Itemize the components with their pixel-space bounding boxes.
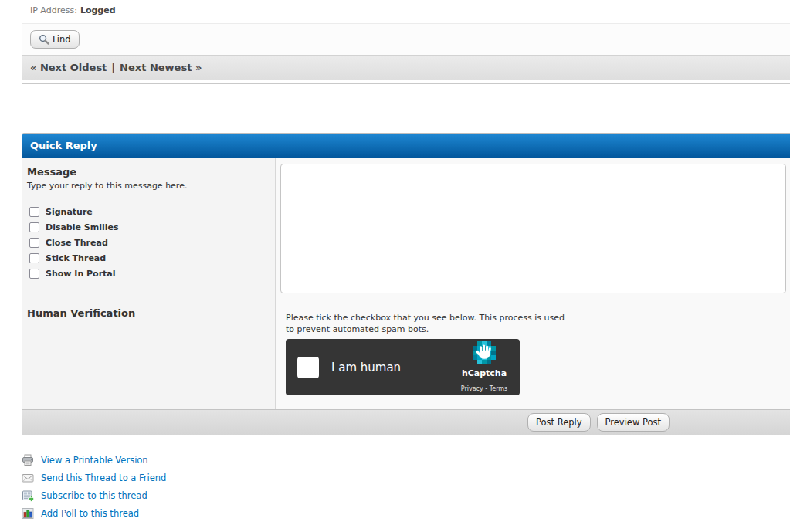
- verification-heading-cell: Human Verification: [22, 300, 276, 409]
- subscribe-row: Subscribe to this thread: [22, 490, 166, 502]
- close-thread-label: Close Thread: [46, 238, 108, 248]
- disable-smilies-checkbox[interactable]: [29, 222, 39, 232]
- email-icon: [22, 472, 34, 484]
- stick-thread-option[interactable]: Stick Thread: [29, 252, 267, 263]
- show-in-portal-label: Show In Portal: [46, 269, 116, 279]
- reply-textarea[interactable]: [280, 164, 786, 293]
- ip-address-row: IP Address:Logged: [22, 0, 790, 23]
- reply-options-list: Signature Disable Smilies Close Thread S…: [27, 206, 267, 279]
- subscribe-link[interactable]: Subscribe to this thread: [41, 490, 147, 501]
- find-row: Find: [22, 23, 790, 55]
- printable-version-link[interactable]: View a Printable Version: [41, 455, 148, 466]
- message-input-cell: [276, 158, 790, 300]
- show-in-portal-option[interactable]: Show In Portal: [29, 268, 267, 279]
- hcaptcha-links: Privacy - Terms: [461, 385, 508, 392]
- verification-heading: Human Verification: [27, 307, 267, 319]
- thread-meta-box: IP Address:Logged Find « Next Oldest|Nex…: [22, 0, 790, 84]
- verification-row: Human Verification Please tick the check…: [22, 300, 790, 409]
- next-oldest-link[interactable]: « Next Oldest: [30, 62, 107, 73]
- message-heading: Message: [27, 166, 267, 178]
- message-options-cell: Message Type your reply to this message …: [22, 158, 276, 300]
- message-row: Message Type your reply to this message …: [22, 158, 790, 300]
- signature-checkbox[interactable]: [29, 207, 39, 217]
- ip-address-value: Logged: [80, 5, 116, 15]
- post-reply-button[interactable]: Post Reply: [527, 413, 591, 432]
- stick-thread-checkbox[interactable]: [29, 253, 39, 263]
- send-friend-row: Send this Thread to a Friend: [22, 472, 166, 484]
- hcaptcha-brand-block: hCaptcha Privacy - Terms: [453, 341, 515, 394]
- send-friend-link[interactable]: Send this Thread to a Friend: [41, 473, 166, 483]
- hcaptcha-checkbox[interactable]: [297, 357, 319, 378]
- message-description: Type your reply to this message here.: [27, 181, 267, 191]
- next-newest-link[interactable]: Next Newest »: [120, 62, 202, 73]
- quick-reply-panel: Quick Reply Message Type your reply to t…: [22, 133, 790, 435]
- ip-address-label: IP Address:: [30, 5, 77, 15]
- printer-icon: [22, 454, 34, 466]
- stick-thread-label: Stick Thread: [46, 253, 106, 263]
- preview-post-button[interactable]: Preview Post: [597, 413, 670, 432]
- close-thread-option[interactable]: Close Thread: [29, 237, 267, 248]
- search-icon: [39, 34, 49, 45]
- poll-icon: [22, 507, 34, 520]
- add-poll-row: Add Poll to this thread: [22, 507, 166, 520]
- quick-reply-header: Quick Reply: [22, 134, 790, 158]
- nav-separator: |: [111, 62, 115, 73]
- hcaptcha-label: I am human: [331, 361, 401, 374]
- disable-smilies-label: Disable Smilies: [46, 222, 119, 232]
- hcaptcha-brand: hCaptcha: [462, 368, 507, 378]
- verification-content-cell: Please tick the checkbox that you see be…: [276, 300, 790, 409]
- close-thread-checkbox[interactable]: [29, 238, 39, 248]
- thread-tools: View a Printable Version Send this Threa…: [22, 454, 166, 525]
- find-button-label: Find: [53, 34, 71, 45]
- printable-version-row: View a Printable Version: [22, 454, 166, 466]
- show-in-portal-checkbox[interactable]: [29, 269, 39, 279]
- thread-nav-bar: « Next Oldest|Next Newest »: [22, 55, 790, 80]
- hcaptcha-logo-icon: [473, 341, 496, 364]
- hcaptcha-widget: I am human: [286, 339, 520, 395]
- find-button[interactable]: Find: [30, 30, 80, 49]
- subscribe-icon: [22, 490, 34, 502]
- signature-label: Signature: [46, 207, 93, 217]
- signature-option[interactable]: Signature: [29, 206, 267, 217]
- disable-smilies-option[interactable]: Disable Smilies: [29, 222, 267, 232]
- hcaptcha-terms-link[interactable]: Terms: [490, 385, 508, 392]
- add-poll-link[interactable]: Add Poll to this thread: [41, 508, 139, 519]
- quick-reply-footer: Post Reply Preview Post: [22, 409, 790, 435]
- hcaptcha-links-separator: -: [485, 385, 487, 392]
- verification-instructions: Please tick the checkbox that you see be…: [286, 312, 571, 335]
- hcaptcha-privacy-link[interactable]: Privacy: [461, 385, 483, 392]
